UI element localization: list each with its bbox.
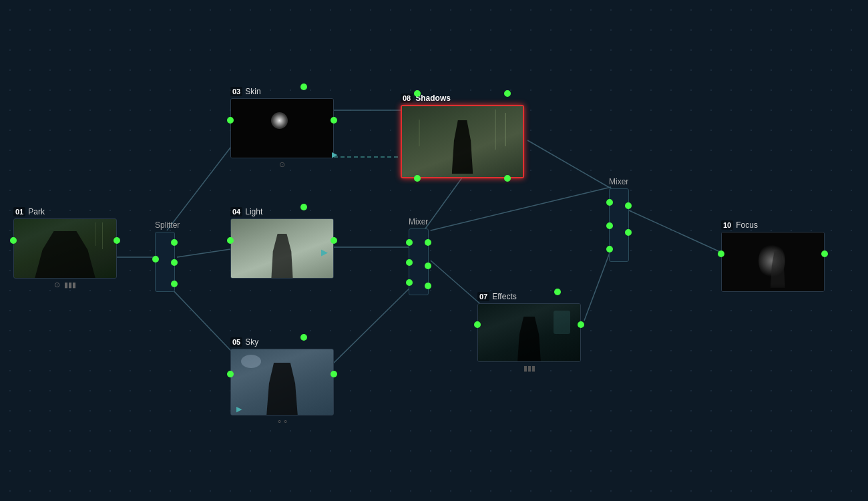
node-shadows[interactable]: 08 Shadows — [401, 94, 524, 178]
chart-icon: ▮▮▮ — [64, 281, 76, 289]
shadows-port-in-top-left[interactable] — [414, 90, 421, 97]
park-name: Park — [28, 207, 45, 216]
park-port-right[interactable] — [114, 237, 120, 244]
light-port-in-left[interactable] — [227, 237, 234, 244]
shadows-thumbnail — [401, 105, 524, 178]
splitter-port-in[interactable] — [152, 256, 159, 263]
splitter-port-out-top[interactable] — [171, 239, 178, 246]
focus-id: 10 — [721, 220, 733, 230]
sky-port-out-top[interactable] — [300, 334, 307, 341]
effects-id: 07 — [477, 292, 489, 301]
light-name: Light — [245, 207, 262, 216]
skin-port-out-top[interactable] — [300, 84, 307, 90]
sky-port-out-right[interactable] — [331, 371, 337, 377]
mixer-left-port-in-mid[interactable] — [406, 259, 413, 266]
shadows-name: Shadows — [415, 94, 451, 103]
mixer-right-port-out-bot[interactable] — [625, 229, 632, 236]
play-icon: ⊙ — [54, 281, 60, 289]
node-sky[interactable]: 05 Sky ▶ ⚬⚬ — [230, 337, 334, 426]
node-focus[interactable]: 10 Focus — [721, 220, 825, 292]
svg-line-13 — [629, 210, 724, 254]
effects-port-in-left[interactable] — [474, 321, 481, 328]
skin-id: 03 — [230, 87, 242, 96]
mixer-left-title: Mixer — [409, 217, 429, 226]
node-mixer-right[interactable]: Mixer — [609, 177, 629, 262]
shadows-port-in-top-right[interactable] — [504, 90, 511, 97]
svg-line-10 — [431, 261, 484, 307]
node-splitter[interactable]: Splitter — [155, 220, 180, 292]
park-id: 01 — [13, 207, 25, 216]
mixer-left-box — [409, 228, 429, 295]
sky-thumbnail: ▶ — [230, 349, 334, 415]
svg-line-12 — [431, 187, 611, 230]
effects-thumbnail — [477, 303, 581, 362]
light-port-out-top[interactable] — [300, 204, 307, 210]
sky-port-in-left[interactable] — [227, 371, 234, 377]
mixer-right-port-in-mid[interactable] — [606, 222, 613, 229]
svg-line-7 — [527, 140, 614, 190]
node-effects[interactable]: 07 Effects ▮▮▮ — [477, 292, 581, 373]
mixer-left-port-in-bot[interactable] — [406, 279, 413, 286]
focus-port-in-left[interactable] — [718, 251, 724, 257]
mixer-left-port-in-top[interactable] — [406, 239, 413, 246]
shadows-port-out-bot-left[interactable] — [414, 175, 421, 182]
svg-line-14 — [424, 170, 467, 230]
effects-name: Effects — [492, 292, 516, 301]
sky-id: 05 — [230, 337, 242, 347]
sky-footer: ⚬⚬ — [230, 418, 334, 426]
park-thumbnail — [13, 218, 117, 279]
splitter-port-out-bot[interactable] — [171, 281, 178, 287]
park-port-left[interactable] — [10, 237, 17, 244]
mixer-left-port-out-top[interactable] — [425, 239, 431, 246]
effects-chart-icon: ▮▮▮ — [523, 364, 535, 373]
shadows-port-out-bot-right[interactable] — [504, 175, 511, 182]
shadows-id: 08 — [401, 94, 413, 103]
splitter-box — [155, 232, 175, 292]
effects-footer: ▮▮▮ — [477, 364, 581, 373]
skin-port-in-left[interactable] — [227, 117, 234, 124]
mixer-left-port-out-mid[interactable] — [425, 263, 431, 269]
skin-name: Skin — [245, 87, 260, 96]
splitter-port-out-mid[interactable] — [171, 259, 178, 266]
node-light[interactable]: 04 Light ▶ — [230, 207, 334, 279]
mixer-right-title: Mixer — [609, 177, 629, 186]
effects-port-out-right[interactable] — [578, 321, 584, 328]
sky-name: Sky — [245, 337, 258, 347]
light-port-out-right[interactable] — [331, 237, 337, 244]
skin-port-out-right[interactable] — [331, 117, 337, 124]
node-park[interactable]: 01 Park ⊙ ▮▮▮ — [13, 207, 117, 289]
mixer-right-box — [609, 188, 629, 262]
light-id: 04 — [230, 207, 242, 216]
node-skin[interactable]: 03 Skin ⊙ ▶ — [230, 87, 334, 169]
mixer-left-port-out-bot[interactable] — [425, 283, 431, 289]
park-footer: ⊙ ▮▮▮ — [13, 281, 117, 289]
splitter-title: Splitter — [155, 220, 180, 230]
circles-icon: ⚬⚬ — [276, 418, 288, 426]
effects-port-out-top[interactable] — [554, 289, 561, 295]
mixer-right-port-in-bot[interactable] — [606, 246, 613, 253]
focus-name: Focus — [736, 220, 758, 230]
mixer-right-port-out-top[interactable] — [625, 202, 632, 209]
mixer-right-port-in-top[interactable] — [606, 199, 613, 206]
focus-port-out-right[interactable] — [821, 251, 828, 257]
focus-thumbnail — [721, 232, 825, 292]
skin-bottom-icon: ⊙ — [279, 160, 285, 169]
light-thumbnail: ▶ — [230, 218, 334, 279]
skin-thumbnail — [230, 98, 334, 158]
svg-line-9 — [333, 281, 417, 364]
node-mixer-left[interactable]: Mixer — [409, 217, 429, 295]
